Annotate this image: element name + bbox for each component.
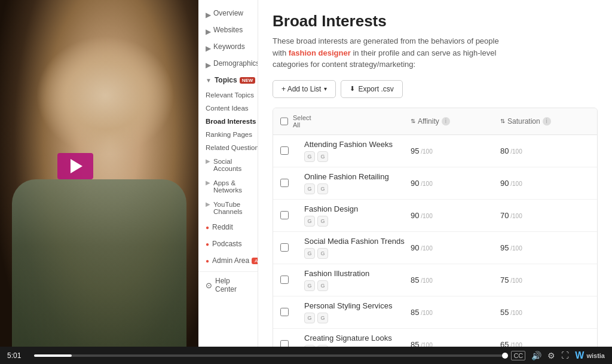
row-checkbox-0[interactable] [280,146,289,155]
affinity-max: /100 [419,310,432,316]
sidebar-item-help[interactable]: ⊙ Help Center [198,271,258,298]
sidebar-item-demographics[interactable]: ▶ Demographics [198,55,258,72]
row-icon-g2[interactable]: G [317,248,328,259]
select-all-label: Select All [293,114,311,129]
row-checkbox-cell[interactable] [280,179,304,187]
cc-button[interactable]: CC [511,351,525,360]
fullscreen-button[interactable]: ⛶ [561,351,569,360]
saturation-cell: 55 /100 [500,308,590,317]
progress-track[interactable] [34,354,505,357]
row-icon-g1[interactable]: G [304,345,315,347]
row-checkbox-cell[interactable] [280,308,304,316]
desc-highlight: fashion designer [289,48,351,57]
play-button[interactable] [57,153,93,179]
wistia-logo: W wistia [575,350,605,361]
sidebar-item-label: YouTubeChannels [213,201,243,215]
affinity-cell: 85 /100 [411,276,500,285]
row-icon-g2[interactable]: G [317,151,328,162]
sidebar-item-admin[interactable]: ● Admin Area Admin [198,252,258,269]
row-checkbox-5[interactable] [280,308,289,316]
row-icon-g1[interactable]: G [304,313,315,323]
row-name: Fashion Illustration [304,269,411,278]
row-icon-g2[interactable]: G [317,345,328,347]
row-icon-g1[interactable]: G [304,151,315,162]
row-icon-g1[interactable]: G [304,216,315,227]
row-checkbox-1[interactable] [280,179,289,187]
help-icon: ⊙ [206,281,212,290]
sidebar-item-label: Demographics [213,59,258,68]
sidebar-item-keywords[interactable]: ▶ Keywords [198,38,258,55]
row-icons: G G [304,183,411,194]
sidebar-item-label: SocialAccounts [213,158,241,172]
page-description: These broad interests are generated from… [273,35,512,71]
select-all-cell[interactable]: Select All [280,114,304,129]
sidebar-item-relevant-topics[interactable]: Relevant Topics [198,88,258,102]
row-checkbox-cell[interactable] [280,211,304,219]
sidebar-item-label: Websites [213,26,250,34]
row-icon-g2[interactable]: G [317,313,328,323]
add-to-list-button[interactable]: + Add to List ▾ [273,80,336,98]
row-checkbox-cell[interactable] [280,146,304,155]
volume-button[interactable]: 🔊 [531,351,541,360]
settings-button[interactable]: ⚙ [547,351,555,360]
table-row: Fashion Illustration G G 85 /100 75 /100 [273,264,597,296]
sidebar-item-reddit[interactable]: ● Reddit [198,219,258,235]
saturation-max: /100 [509,245,522,252]
row-checkbox-4[interactable] [280,276,289,284]
sidebar: ▶ Overview ▶ Websites ▶ Keywords ▶ Demog… [198,0,258,347]
sidebar-item-broad-interests[interactable]: Broad Interests [198,115,258,128]
sidebar-item-topics[interactable]: ▼ Topics NEW [198,72,258,88]
sidebar-item-overview[interactable]: ▶ Overview [198,5,258,22]
affinity-column-header[interactable]: ⇅ Affinity i [411,117,500,126]
row-checkbox-cell[interactable] [280,276,304,284]
table-row: Online Fashion Retailing G G 90 /100 90 … [273,167,597,200]
bullet-icon: ● [206,224,209,231]
row-icon-g2[interactable]: G [317,280,328,291]
affinity-max: /100 [419,342,432,347]
row-checkbox-cell[interactable] [280,243,304,252]
sidebar-item-websites[interactable]: ▶ Websites [198,22,258,38]
sidebar-item-ranking-pages[interactable]: Ranking Pages [198,128,258,141]
saturation-info-icon[interactable]: i [543,117,551,126]
affinity-max: /100 [419,245,432,252]
row-name-cell: Attending Fashion Weeks G G [304,140,411,162]
export-label: Export .csv [358,85,393,93]
video-panel [0,0,198,347]
wistia-text: wistia [586,352,605,359]
sidebar-item-podcasts[interactable]: ● Podcasts [198,235,258,252]
table-row: Creating Signature Looks G G 85 /100 65 … [273,329,597,347]
row-icon-g1[interactable]: G [304,280,315,291]
row-checkbox-2[interactable] [280,211,289,219]
row-name-cell: Fashion Illustration G G [304,269,411,291]
row-icon-g2[interactable]: G [317,183,328,194]
sidebar-item-youtube[interactable]: ▶ YouTubeChannels [198,197,258,219]
table-header: Select All ⇅ Affinity i ⇅ Saturation i [273,108,597,135]
sidebar-item-related-questions[interactable]: Related Questions [198,141,258,154]
select-all-checkbox[interactable] [280,117,288,126]
sidebar-item-apps-networks[interactable]: ▶ Apps &Networks [198,176,258,197]
sidebar-item-social-accounts[interactable]: ▶ SocialAccounts [198,154,258,176]
row-icons: G G [304,280,411,291]
bullet-icon: ● [206,241,209,247]
saturation-cell: 65 /100 [500,340,590,347]
video-player-bar: 5:01 CC 🔊 ⚙ ⛶ W wistia [0,347,612,364]
arrow-icon: ▶ [206,27,210,32]
row-icon-g1[interactable]: G [304,248,315,259]
row-checkbox-6[interactable] [280,340,289,347]
row-icon-g2[interactable]: G [317,216,328,227]
affinity-info-icon[interactable]: i [442,117,450,126]
table-body: Attending Fashion Weeks G G 95 /100 80 /… [273,135,597,347]
help-label: Help Center [215,277,250,293]
saturation-max: /100 [509,310,522,316]
export-csv-button[interactable]: ⬇ Export .csv [341,80,402,98]
export-icon: ⬇ [350,85,355,93]
row-icon-g1[interactable]: G [304,183,315,194]
saturation-max: /100 [509,148,522,155]
row-checkbox-3[interactable] [280,243,289,252]
row-checkbox-cell[interactable] [280,340,304,347]
row-name: Fashion Design [304,204,411,213]
saturation-column-header[interactable]: ⇅ Saturation i [500,117,590,126]
sidebar-item-content-ideas[interactable]: Content Ideas [198,102,258,115]
saturation-max: /100 [509,181,522,187]
row-name: Attending Fashion Weeks [304,140,411,149]
